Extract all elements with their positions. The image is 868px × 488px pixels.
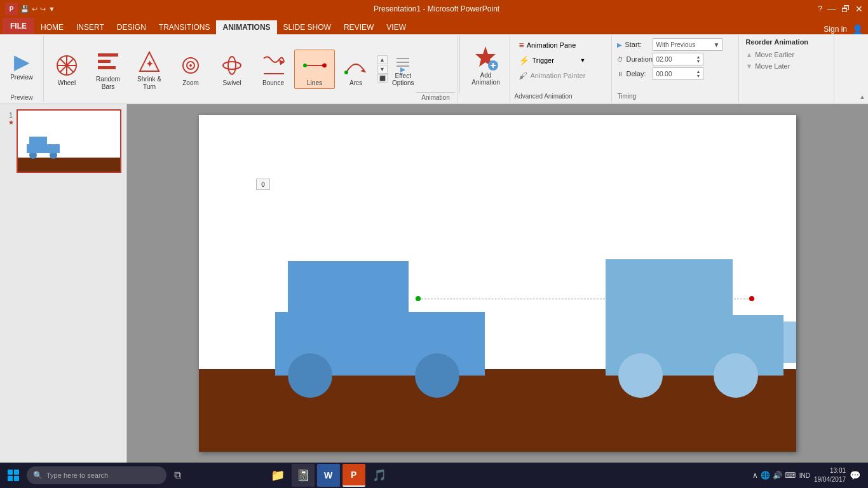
truck-wheel-left-rear [415,353,459,398]
delay-down[interactable]: ▼ [696,74,701,78]
clock[interactable]: 13:01 19/04/2017 [814,466,846,484]
delay-input[interactable]: 00.00 ▲ ▼ [653,67,703,80]
anim-arcs[interactable]: Arcs [336,50,376,89]
tab-view[interactable]: VIEW [380,20,412,34]
anim-bounce[interactable]: Bounce [253,50,294,89]
svg-rect-33 [14,476,19,481]
volume-icon[interactable]: 🔊 [773,471,782,480]
scroll-down[interactable]: ▼ [377,65,388,74]
truck-right [606,315,783,376]
tab-animations[interactable]: ANIMATIONS [216,20,276,34]
trigger-button[interactable]: ⚡ Trigger ▼ [514,53,590,67]
truck-wheel-right-front [618,353,663,398]
start-dropdown-arrow[interactable]: ▼ [714,41,720,48]
customize-qat[interactable]: ▼ [48,5,55,13]
slide-thumbnail[interactable] [17,109,121,173]
animation-group-label: Animation [416,92,455,101]
anim-star-indicator: ★ [8,119,14,126]
anim-wheel[interactable]: Wheel [46,50,87,89]
anim-shrinknturn[interactable]: ✦ Shrink & Turn [129,46,170,93]
close-button[interactable]: ✕ [855,4,863,14]
task-view-icon: ⧉ [174,470,181,481]
start-dropdown[interactable]: With Previous ▼ [653,38,722,51]
start-button[interactable] [3,464,24,487]
tab-slideshow[interactable]: SLIDE SHOW [277,20,337,34]
preview-label: Preview [10,74,33,81]
add-animation-icon [471,44,499,72]
delay-text: Delay: [626,70,646,78]
thumb-truck-cab [29,137,47,144]
svg-point-12 [189,64,192,67]
collapse-icon[interactable]: ▲ [859,93,865,100]
onenote-app[interactable]: 📓 [292,464,315,487]
randombars-icon [95,48,121,76]
move-earlier-label: Move Earlier [755,51,794,58]
effect-options-button[interactable]: EffectOptions [390,44,416,95]
anim-lines[interactable]: Lines [294,50,335,89]
add-animation-button[interactable]: AddAnimation [465,39,506,90]
path-end-dot [749,296,754,301]
keyboard-icon[interactable]: ⌨ [785,471,796,480]
anim-zoom[interactable]: Zoom [170,50,211,89]
duration-down[interactable]: ▼ [696,59,701,64]
scroll-more[interactable]: ⬛ [377,74,388,83]
thumb-ground [18,158,120,172]
tab-transitions[interactable]: TRANSITIONS [153,20,217,34]
zoom-icon [177,51,204,79]
delay-up[interactable]: ▲ [696,69,701,74]
move-later-label: Move Later [755,62,790,70]
animation-painter-button[interactable]: 🖌 Animation Painter [514,69,590,83]
powerpoint-app[interactable]: P [342,464,365,487]
quick-access-redo[interactable]: ↪ [40,5,46,13]
quick-access-save[interactable]: 💾 [20,5,29,13]
help-button[interactable]: ? [818,4,822,13]
truck-cab-left [288,261,409,312]
move-later-button[interactable]: ▼ Move Later [745,61,808,71]
task-view-button[interactable]: ⧉ [169,464,186,487]
preview-button[interactable]: ▶ Preview [4,48,39,82]
quick-access-undo[interactable]: ↩ [32,5,37,13]
file-explorer-app[interactable]: 📁 [266,464,289,487]
canvas-area[interactable]: 0 [127,104,868,463]
word-app[interactable]: W [317,464,340,487]
reorder-group: Reorder Animation ▲ Move Earlier ▼ Move … [739,36,834,102]
chevron-up-tray[interactable]: ∧ [752,471,758,480]
move-earlier-button[interactable]: ▲ Move Earlier [745,50,808,60]
shrinknturn-icon: ✦ [136,48,163,76]
animation-pane-button[interactable]: ≡ Animation Pane [514,38,590,52]
svg-point-18 [303,64,307,67]
svg-rect-31 [14,470,19,475]
anim-randombars[interactable]: Random Bars [88,46,128,93]
thumb-truck-body [27,144,60,153]
anim-swivel[interactable]: Swivel [212,50,252,89]
taskbar: 🔍 Type here to search ⧉ 📁 📓 W P 🎵 ∧ 🌐 🔊 … [0,463,868,488]
truck-wheel-left-front [288,353,332,398]
network-icon[interactable]: 🌐 [761,471,770,480]
minimize-button[interactable]: — [827,4,836,14]
slide-number: 1 [9,112,13,119]
search-bar[interactable]: 🔍 Type here to search [27,466,166,484]
trigger-dropdown-icon: ▼ [580,57,585,64]
notifications-button[interactable]: 💬 [850,470,860,480]
delay-row: ⏸ Delay: 00.00 ▲ ▼ [617,67,722,80]
language-indicator[interactable]: IND [799,472,810,479]
slide-canvas[interactable]: 0 [199,115,796,452]
truck-left[interactable] [275,312,485,376]
duration-input[interactable]: 02.00 ▲ ▼ [653,53,703,65]
windows-icon [8,470,19,481]
scroll-up[interactable]: ▲ [377,55,388,64]
ribbon-collapse[interactable]: ▲ [857,91,868,102]
restore-button[interactable]: 🗗 [841,4,850,14]
tab-file[interactable]: FILE [3,18,34,34]
thumb-truck [27,144,60,159]
duration-up[interactable]: ▲ [696,55,701,59]
other-app[interactable]: 🎵 [368,464,391,487]
tab-design[interactable]: DESIGN [111,20,153,34]
animation-scroll[interactable]: ▲ ▼ ⬛ [377,55,388,83]
tab-home[interactable]: HOME [34,20,70,34]
window-title: Presentation1 - Microsoft PowerPoint [55,4,818,13]
sign-in-button[interactable]: Sign in [824,25,847,34]
svg-point-14 [228,57,236,74]
tab-insert[interactable]: INSERT [70,20,111,34]
tab-review[interactable]: REVIEW [337,20,380,34]
